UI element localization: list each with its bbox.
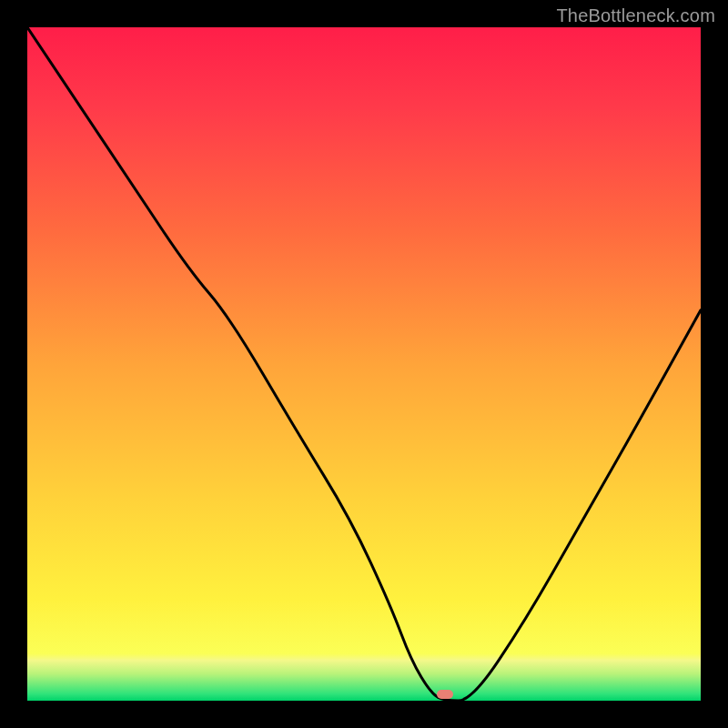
plot-area [27,27,701,701]
optimal-marker [437,690,453,699]
chart-frame: TheBottleneck.com [0,0,728,728]
watermark-text: TheBottleneck.com [556,5,715,26]
bottleneck-curve [27,27,701,701]
curve-path [27,27,701,701]
